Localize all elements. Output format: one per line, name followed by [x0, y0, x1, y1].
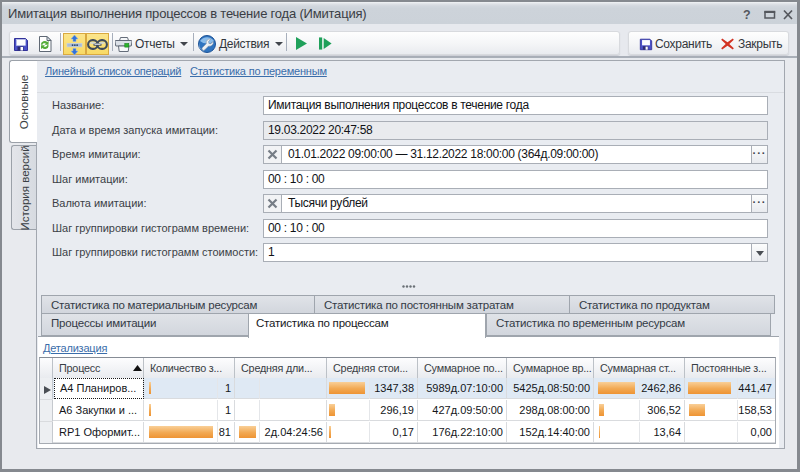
svg-text:?: ? — [743, 8, 750, 21]
